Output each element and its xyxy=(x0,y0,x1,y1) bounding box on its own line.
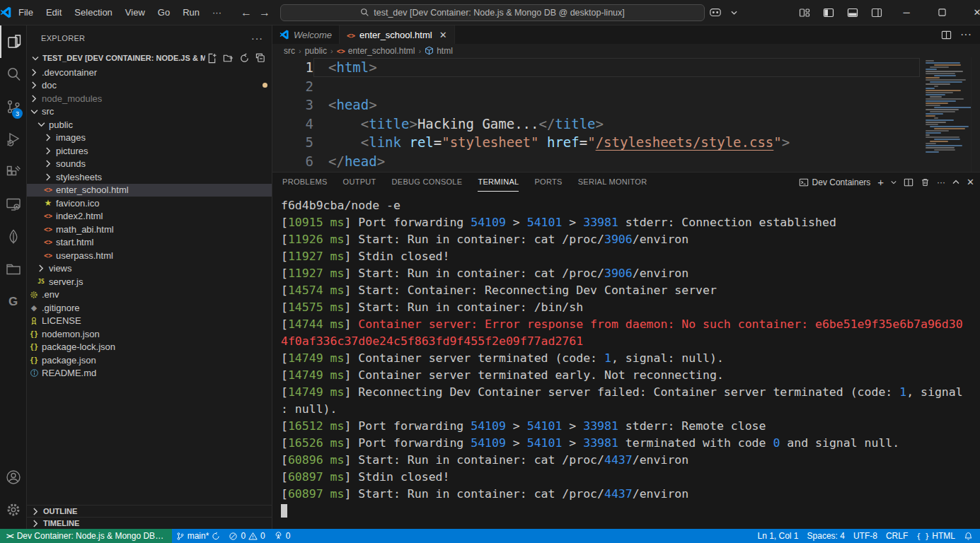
remote-indicator[interactable]: >< Dev Container: Node.js & Mongo DB @ d… xyxy=(0,529,172,543)
menu-view[interactable]: View xyxy=(119,4,151,21)
breadcrumb-item[interactable]: html xyxy=(425,46,453,56)
tree-item-images[interactable]: images xyxy=(27,132,272,145)
toggle-primary-sidebar-icon[interactable] xyxy=(818,3,839,23)
tree-item-math-abi-html[interactable]: <>math_abi.html xyxy=(27,223,272,236)
tree-item--gitignore[interactable]: ◆.gitignore xyxy=(27,301,272,315)
tree-item-stylesheets[interactable]: stylesheets xyxy=(27,170,272,184)
panel-tab-output[interactable]: OUTPUT xyxy=(343,173,376,192)
tree-item-LICENSE[interactable]: LICENSE xyxy=(27,315,272,328)
back-arrow-icon[interactable]: ← xyxy=(241,6,252,19)
editor-scrollbar[interactable] xyxy=(971,57,980,172)
cursor-position[interactable]: Ln 1, Col 1 xyxy=(754,529,803,543)
panel-tab-serial-monitor[interactable]: SERIAL MONITOR xyxy=(578,173,647,192)
activity-folder-icon[interactable] xyxy=(0,253,26,286)
toggle-panel-icon[interactable] xyxy=(842,3,863,23)
copilot-icon[interactable] xyxy=(705,3,726,23)
tree-item-README-md[interactable]: README.md xyxy=(27,367,272,380)
tree-item-package-json[interactable]: {}package.json xyxy=(27,354,272,367)
eol-indicator[interactable]: CRLF xyxy=(882,529,912,543)
tree-item-start-html[interactable]: <>start.html xyxy=(27,236,272,250)
refresh-icon[interactable] xyxy=(239,53,250,64)
breadcrumb-item[interactable]: <>enter_school.html xyxy=(337,46,415,56)
activity-extensions-icon[interactable] xyxy=(0,156,26,188)
close-panel-icon[interactable]: ✕ xyxy=(967,177,974,187)
collapse-all-icon[interactable] xyxy=(255,53,266,64)
tree-item-index2-html[interactable]: <>index2.html xyxy=(27,210,272,223)
breadcrumb-item[interactable]: public xyxy=(305,46,327,56)
menu-file[interactable]: File xyxy=(12,4,40,21)
command-center[interactable]: test_dev [Dev Container: Node.js & Mongo… xyxy=(280,4,705,21)
tree-item--devcontainer[interactable]: .devcontainer xyxy=(27,66,272,79)
activity-search-icon[interactable] xyxy=(0,58,26,90)
menu-[interactable]: ··· xyxy=(206,4,228,21)
language-mode-indicator[interactable]: { } HTML xyxy=(912,529,959,543)
forward-arrow-icon[interactable]: → xyxy=(259,6,270,19)
code-editor[interactable]: 1<html>23<head>4 <title>Hacking Game...<… xyxy=(272,57,980,172)
activity-run-debug-icon[interactable] xyxy=(0,123,26,156)
terminal-output[interactable]: f6d4b9cba/node -e[10915 ms] Port forward… xyxy=(272,192,980,529)
activity-account-icon[interactable] xyxy=(0,461,26,494)
editor-more-actions-icon[interactable]: ··· xyxy=(960,28,972,41)
panel-tab-terminal[interactable]: TERMINAL xyxy=(478,173,519,192)
minimize-button[interactable]: ─ xyxy=(890,0,923,25)
encoding-indicator[interactable]: UTF-8 xyxy=(849,529,882,543)
tree-item-package-lock-json[interactable]: {}package-lock.json xyxy=(27,341,272,354)
panel-tab-ports[interactable]: PORTS xyxy=(534,173,562,192)
menu-edit[interactable]: Edit xyxy=(40,4,68,21)
kill-terminal-icon[interactable] xyxy=(921,177,930,187)
customize-layout-icon[interactable] xyxy=(794,3,815,23)
maximize-panel-icon[interactable] xyxy=(952,180,959,185)
workspace-section-header[interactable]: TEST_DEV [DEV CONTAINER: NODE.JS & MONGO… xyxy=(27,50,272,66)
tree-item-enter-school-html[interactable]: <>enter_school.html xyxy=(27,184,272,197)
tree-item--env[interactable]: .env xyxy=(27,288,272,302)
tree-item-pictures[interactable]: pictures xyxy=(27,144,272,158)
panel-more-actions-icon[interactable]: ··· xyxy=(937,177,945,187)
new-file-icon[interactable] xyxy=(207,53,217,64)
explorer-more-actions-icon[interactable]: ··· xyxy=(251,33,263,44)
close-tab-icon[interactable]: ✕ xyxy=(439,30,447,40)
indentation-indicator[interactable]: Spaces: 4 xyxy=(803,529,849,543)
terminal-profile-chevron-icon[interactable] xyxy=(891,180,897,185)
activity-gitlens-icon[interactable]: G xyxy=(0,286,26,318)
tab-Welcome[interactable]: Welcome xyxy=(272,25,340,44)
activity-source-control-icon[interactable]: 3 xyxy=(0,90,26,123)
tree-item-favicon-ico[interactable]: ★favicon.ico xyxy=(27,197,272,210)
problems-indicator[interactable]: 0 0 xyxy=(224,529,269,543)
menu-go[interactable]: Go xyxy=(151,4,176,21)
panel-tab-problems[interactable]: PROBLEMS xyxy=(282,173,328,192)
git-branch-indicator[interactable]: main* xyxy=(172,529,225,543)
activity-settings-icon[interactable] xyxy=(0,494,26,526)
copilot-chevron-icon[interactable] xyxy=(729,3,739,23)
tree-item-nodemon-json[interactable]: {}nodemon.json xyxy=(27,327,272,341)
close-button[interactable]: ✕ xyxy=(961,0,980,25)
notifications-bell[interactable] xyxy=(959,529,980,543)
new-terminal-icon[interactable]: + xyxy=(877,176,884,188)
tree-item-server-js[interactable]: JSserver.js xyxy=(27,275,272,288)
tree-item-sounds[interactable]: sounds xyxy=(27,158,272,171)
terminal-profile[interactable]: Dev Containers xyxy=(799,177,871,187)
panel-tab-debug-console[interactable]: DEBUG CONSOLE xyxy=(392,173,463,192)
activity-remote-explorer-icon[interactable] xyxy=(0,188,26,221)
section-timeline[interactable]: TIMELINE xyxy=(27,517,272,529)
tree-item-doc[interactable]: doc xyxy=(27,79,272,93)
maximize-button[interactable] xyxy=(926,0,958,25)
tree-item-public[interactable]: public xyxy=(27,118,272,132)
menu-selection[interactable]: Selection xyxy=(68,4,118,21)
toggle-secondary-sidebar-icon[interactable] xyxy=(866,3,887,23)
activity-mongodb-icon[interactable] xyxy=(0,221,26,253)
tree-item-node-modules[interactable]: node_modules xyxy=(27,92,272,105)
ports-indicator[interactable]: 0 xyxy=(270,529,295,543)
split-editor-icon[interactable] xyxy=(941,30,952,40)
minimap[interactable] xyxy=(920,57,971,172)
split-terminal-icon[interactable] xyxy=(904,177,913,187)
breadcrumb-item[interactable]: src xyxy=(284,46,295,56)
tree-item-views[interactable]: views xyxy=(27,262,272,276)
tree-item-label: userpass.html xyxy=(56,250,113,261)
new-folder-icon[interactable] xyxy=(223,53,234,64)
menu-run[interactable]: Run xyxy=(176,4,206,21)
activity-explorer-icon[interactable] xyxy=(0,25,26,58)
tree-item-userpass-html[interactable]: <>userpass.html xyxy=(27,249,272,262)
tab-enter-school-html[interactable]: <>enter_school.html✕ xyxy=(340,25,455,44)
tree-item-src[interactable]: src xyxy=(27,105,272,119)
section-outline[interactable]: OUTLINE xyxy=(27,505,272,517)
